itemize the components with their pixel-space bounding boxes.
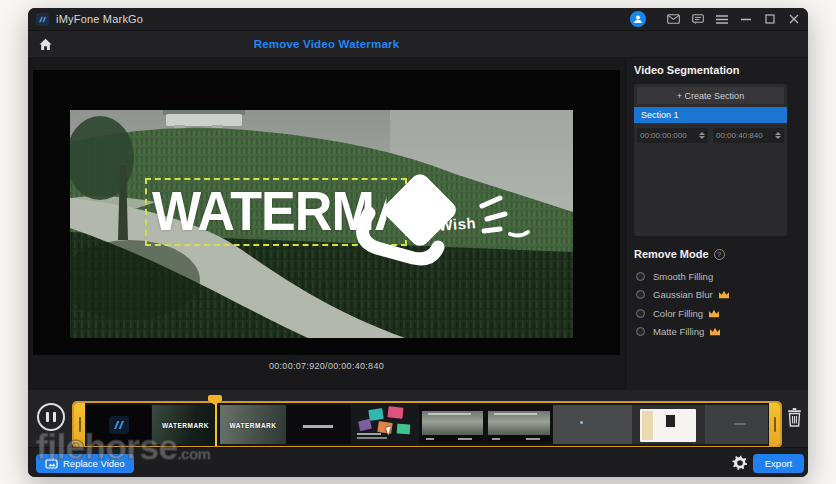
markgo-logo-icon [107,415,131,435]
close-icon[interactable] [787,13,800,26]
timeline-thumbnail[interactable] [420,405,485,444]
end-time-stepper-icon[interactable] [775,132,781,139]
timeline-thumbnail[interactable] [705,405,768,444]
timeline-thumbnail[interactable] [351,405,419,444]
nav-bar: Remove Video Watermark [28,31,808,58]
maximize-icon[interactable] [763,13,776,26]
segmentation-panel: + Create Section Section 1 00:00:00:000 … [634,84,787,236]
replace-video-icon [45,458,58,469]
playback-timecode: 00:00:07:920/00:00:40:840 [28,361,625,371]
radio-icon[interactable] [636,290,645,299]
section-start-time-value: 00:00:00:000 [640,131,687,140]
mode-label: Color Filling [653,308,703,319]
mode-label: Gaussian Blur [653,289,713,300]
preview-panel: WATERMARK u Wish [28,58,625,390]
timeline-thumbnail[interactable] [287,405,350,444]
thumbnail-watermark-label: WATERMARK [220,421,286,428]
trim-handle-left[interactable] [74,403,85,446]
screenshot-canvas: iMyFone MarkGo [0,0,836,484]
title-bar: iMyFone MarkGo [28,8,808,31]
trim-handle-right[interactable] [769,403,780,446]
timeline-thumbnail[interactable]: WATERMARK [220,405,286,444]
export-button[interactable]: Export [753,454,804,473]
timeline-thumbnail[interactable] [632,405,705,444]
minimize-icon[interactable] [739,13,752,26]
radio-icon[interactable] [636,272,645,281]
pause-icon [53,412,56,422]
radio-icon[interactable] [636,309,645,318]
app-title: iMyFone MarkGo [56,13,143,25]
section-end-time-input[interactable]: 00:00:40:840 [713,128,784,143]
timeline-thumbnail[interactable] [553,405,632,444]
crown-icon [708,309,720,318]
footer-bar: Replace Video Export [28,447,808,477]
timeline-thumbnail[interactable]: WATERMARK [152,405,219,444]
remove-mode-title: Remove Mode ? [634,248,725,260]
timeline-strip: WATERMARK WATERMARK [28,390,808,447]
timeline-track[interactable]: WATERMARK WATERMARK [72,401,782,448]
mode-option-smooth-filling[interactable]: Smooth Filling [636,267,801,286]
app-window: iMyFone MarkGo [28,8,808,477]
mode-option-color-filling[interactable]: Color Filling [636,304,801,323]
replace-video-button[interactable]: Replace Video [36,454,134,473]
segmentation-title: Video Segmentation [634,64,740,76]
playhead-line [215,404,217,446]
thumbnail-watermark-label: WATERMARK [152,421,219,428]
mode-option-gaussian-blur[interactable]: Gaussian Blur [636,286,801,305]
menu-icon[interactable] [715,13,728,26]
timeline-thumbnail[interactable] [486,405,552,444]
mail-icon[interactable] [667,13,680,26]
mode-label: Matte Filling [653,326,704,337]
mode-label: Smooth Filling [653,271,713,282]
pause-button[interactable] [37,403,65,431]
timeline-thumbnail[interactable] [86,405,151,444]
create-section-button[interactable]: + Create Section [637,87,784,104]
radio-icon[interactable] [636,327,645,336]
start-time-stepper-icon[interactable] [699,132,705,139]
export-label: Export [765,458,792,469]
section-start-time-input[interactable]: 00:00:00:000 [637,128,708,143]
pause-icon [46,412,49,422]
video-stage: WATERMARK u Wish [33,70,620,355]
feedback-icon[interactable] [691,13,704,26]
page-title: Remove Video Watermark [28,38,625,50]
section-end-time-value: 00:00:40:840 [716,131,763,140]
replace-video-label: Replace Video [63,458,125,469]
gear-icon[interactable] [731,453,748,472]
video-frame[interactable]: WATERMARK u Wish [70,110,573,338]
markgo-logo-icon [36,13,49,26]
section-item[interactable]: Section 1 [634,107,787,123]
remove-mode-title-text: Remove Mode [634,248,709,260]
crown-icon [709,327,721,336]
remove-mode-options: Smooth Filling Gaussian Blur Color Filli… [636,267,801,341]
trash-icon [787,408,802,427]
crown-icon [718,290,730,299]
content-area: WATERMARK u Wish [28,58,808,390]
secondary-watermark-text: u Wish [423,214,476,235]
video-watermark-text: WATERMARK [152,180,386,242]
mode-option-matte-filling[interactable]: Matte Filling [636,323,801,342]
help-icon[interactable]: ? [714,249,725,260]
sidebar: Video Segmentation + Create Section Sect… [625,58,808,390]
timeline-thumbnails: WATERMARK WATERMARK [86,405,768,444]
delete-section-button[interactable] [786,407,803,428]
user-avatar-icon[interactable] [630,11,646,27]
